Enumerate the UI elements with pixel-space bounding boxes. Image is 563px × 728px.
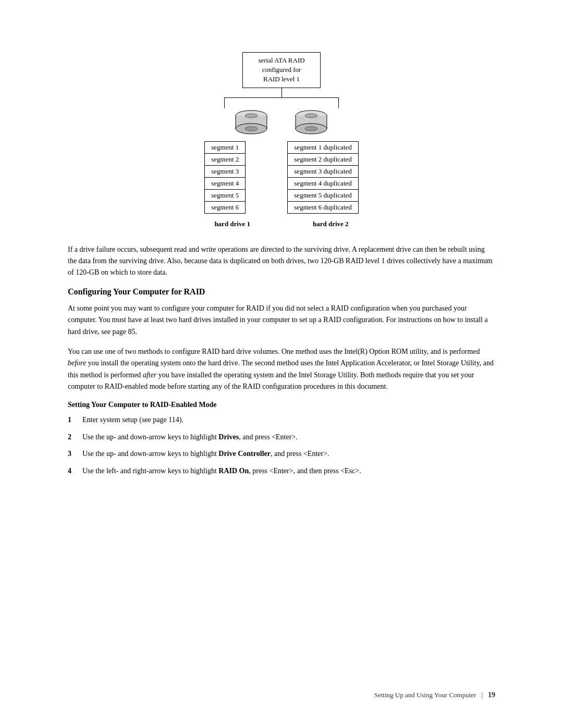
list-content-4: Use the left- and right-arrow keys to hi… <box>82 465 495 477</box>
list-content-1: Enter system setup (see page 114). <box>82 414 495 426</box>
right-vertical-connector <box>338 98 339 108</box>
svg-point-5 <box>245 114 258 118</box>
table-row: segment 2 duplicated <box>288 153 358 165</box>
table-row: segment 1 duplicated <box>288 141 358 153</box>
diagram-container: serial ATA RAID configured for RAID leve… <box>68 52 495 228</box>
segment-right-3: segment 3 duplicated <box>288 165 358 177</box>
drive2-icon <box>292 108 331 137</box>
para3-italic2: after <box>143 371 156 379</box>
drive2-label: hard drive 2 <box>313 220 349 228</box>
segment-right-5: segment 5 duplicated <box>288 189 358 201</box>
table-row: segment 6 duplicated <box>288 201 358 213</box>
list4-part2: , press <Enter>, and then press <Esc>. <box>249 467 361 475</box>
footer-text: Setting Up and Using Your Computer <box>374 691 476 699</box>
list-item-1: 1 Enter system setup (see page 114). <box>68 414 495 426</box>
table-row: segment 5 <box>205 189 246 201</box>
list-item-2: 2 Use the up- and down-arrow keys to hig… <box>68 431 495 443</box>
segment-left-6: segment 6 <box>205 201 246 213</box>
segment-left-2: segment 2 <box>205 153 246 165</box>
raid-box-line3: RAID level 1 <box>263 75 300 83</box>
segments-right-table: segment 1 duplicated segment 2 duplicate… <box>287 141 358 214</box>
para3-part1: You can use one of two methods to config… <box>68 348 480 355</box>
list3-part2: , and press <Enter>. <box>271 450 329 458</box>
body-paragraph-1: If a drive failure occurs, subsequent re… <box>68 244 495 279</box>
table-row: segment 6 <box>205 201 246 213</box>
raid-box: serial ATA RAID configured for RAID leve… <box>242 52 321 88</box>
table-row: segment 2 <box>205 153 246 165</box>
list2-bold: Drives <box>218 433 239 441</box>
drive1-label: hard drive 1 <box>214 220 250 228</box>
numbered-list: 1 Enter system setup (see page 114). 2 U… <box>68 414 495 477</box>
table-row: segment 5 duplicated <box>288 189 358 201</box>
list3-bold: Drive Controller <box>218 450 271 458</box>
list4-bold: RAID On <box>218 467 249 475</box>
table-row: segment 4 <box>205 177 246 189</box>
branch-verticals <box>224 98 339 108</box>
diagram-top-area: serial ATA RAID configured for RAID leve… <box>224 52 339 108</box>
segment-right-4: segment 4 duplicated <box>288 177 358 189</box>
footer-separator: | <box>481 691 483 699</box>
drive1-icon <box>232 108 271 137</box>
svg-point-12 <box>305 114 317 118</box>
segment-right-6: segment 6 duplicated <box>288 201 358 213</box>
list2-part2: , and press <Enter>. <box>239 433 298 441</box>
list-content-2: Use the up- and down-arrow keys to highl… <box>82 431 495 443</box>
left-vertical-connector <box>224 98 225 108</box>
svg-point-13 <box>305 127 317 131</box>
list4-part1: Use the left- and right-arrow keys to hi… <box>82 467 218 475</box>
segments-left-table: segment 1 segment 2 segment 3 segment 4 … <box>204 141 246 214</box>
table-row: segment 4 duplicated <box>288 177 358 189</box>
segment-left-5: segment 5 <box>205 189 246 201</box>
list-content-3: Use the up- and down-arrow keys to highl… <box>82 448 495 460</box>
body-paragraph-2: At some point you may want to configure … <box>68 303 495 338</box>
list3-part1: Use the up- and down-arrow keys to highl… <box>82 450 218 458</box>
para3-italic1: before <box>68 359 86 367</box>
segment-left-1: segment 1 <box>205 141 246 153</box>
raid-box-line1: serial ATA RAID <box>258 56 304 64</box>
section-heading: Configuring Your Computer for RAID <box>68 287 495 297</box>
list-number-4: 4 <box>68 465 82 477</box>
list-number-1: 1 <box>68 414 82 426</box>
drive-labels-row: hard drive 1 hard drive 2 <box>214 220 348 228</box>
segment-right-1: segment 1 duplicated <box>288 141 358 153</box>
segment-left-4: segment 4 <box>205 177 246 189</box>
segment-left-3: segment 3 <box>205 165 246 177</box>
drives-row <box>232 108 331 137</box>
footer-page-number: 19 <box>488 691 495 699</box>
page: serial ATA RAID configured for RAID leve… <box>0 0 563 728</box>
svg-point-6 <box>245 127 258 131</box>
list-number-3: 3 <box>68 448 82 460</box>
list2-part1: Use the up- and down-arrow keys to highl… <box>82 433 218 441</box>
list-item-3: 3 Use the up- and down-arrow keys to hig… <box>68 448 495 460</box>
sub-heading: Setting Your Computer to RAID-Enabled Mo… <box>68 401 495 409</box>
raid-box-line2: configured for <box>262 66 301 73</box>
page-footer: Setting Up and Using Your Computer | 19 <box>0 691 563 699</box>
list-number-2: 2 <box>68 431 82 443</box>
table-row: segment 3 duplicated <box>288 165 358 177</box>
body-paragraph-3: You can use one of two methods to config… <box>68 346 495 393</box>
table-row: segment 3 <box>205 165 246 177</box>
segment-right-2: segment 2 duplicated <box>288 153 358 165</box>
connector-vertical-top <box>282 88 282 97</box>
table-row: segment 1 <box>205 141 246 153</box>
list-item-4: 4 Use the left- and right-arrow keys to … <box>68 465 495 477</box>
segments-row: segment 1 segment 2 segment 3 segment 4 … <box>204 141 359 214</box>
